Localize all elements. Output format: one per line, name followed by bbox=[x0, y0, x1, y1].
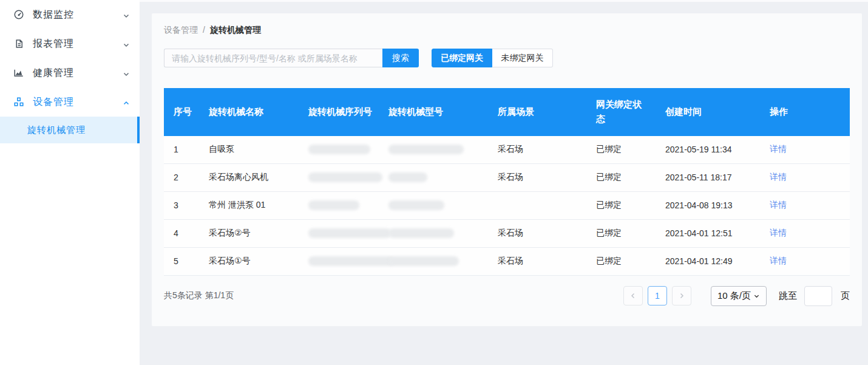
cell-serial bbox=[299, 247, 379, 275]
cell-model bbox=[379, 247, 488, 275]
health-chart-icon bbox=[13, 67, 24, 78]
sidebar-item-health[interactable]: 健康管理 bbox=[0, 58, 140, 87]
sidebar-subitem-rotating-machinery[interactable]: 旋转机械管理 bbox=[0, 117, 140, 143]
table-row: 5采石场①号采石场已绑定2021-04-01 12:49详情 bbox=[164, 247, 850, 275]
cell-no: 5 bbox=[164, 247, 199, 275]
cell-name: 采石场①号 bbox=[199, 247, 299, 275]
jump-to-label: 跳至 bbox=[779, 290, 797, 302]
table-header: 序号 旋转机械名称 旋转机械序列号 旋转机械型号 所属场景 网关绑定状态 创建时… bbox=[164, 88, 850, 135]
col-header-status: 网关绑定状态 bbox=[586, 88, 656, 135]
prev-page-button[interactable] bbox=[623, 286, 643, 305]
col-header-created: 创建时间 bbox=[656, 88, 760, 135]
cell-scene: 采石场 bbox=[488, 163, 586, 191]
chevron-down-icon bbox=[123, 69, 130, 77]
sidebar: 数据监控 报表管理 健康管理 设备管理 旋转机械 bbox=[0, 0, 140, 365]
table-row: 2采石场离心风机采石场已绑定2021-05-11 18:17详情 bbox=[164, 163, 850, 191]
redacted-model bbox=[388, 228, 454, 238]
cell-serial bbox=[299, 191, 379, 219]
chevron-down-icon bbox=[753, 293, 760, 299]
cell-model bbox=[379, 163, 488, 191]
cell-created: 2021-04-01 12:51 bbox=[656, 219, 760, 247]
cell-scene: 采石场 bbox=[488, 219, 586, 247]
cell-action: 详情 bbox=[760, 219, 850, 247]
cell-no: 3 bbox=[164, 191, 199, 219]
table-row: 4采石场②号采石场已绑定2021-04-01 12:51详情 bbox=[164, 219, 850, 247]
content-card: 设备管理 / 旋转机械管理 搜索 已绑定网关 未绑定网关 序号 旋转机械名称 旋… bbox=[152, 13, 862, 326]
pagination-bar: 共5条记录 第1/1页 1 10 条/页 跳至 页 bbox=[164, 286, 850, 306]
redacted-serial bbox=[308, 228, 391, 238]
col-header-scene: 所属场景 bbox=[488, 88, 586, 135]
tab-unbound-gateway[interactable]: 未绑定网关 bbox=[492, 49, 553, 67]
redacted-model bbox=[388, 172, 427, 182]
search-button[interactable]: 搜索 bbox=[382, 49, 419, 67]
cell-status: 已绑定 bbox=[586, 219, 656, 247]
detail-link[interactable]: 详情 bbox=[770, 228, 787, 237]
cell-model bbox=[379, 219, 488, 247]
next-page-button[interactable] bbox=[672, 286, 691, 305]
detail-link[interactable]: 详情 bbox=[770, 256, 787, 265]
devices-icon bbox=[13, 97, 24, 107]
cell-created: 2021-05-19 11:34 bbox=[656, 135, 760, 163]
table-row: 3常州 泄洪泵 01已绑定2021-04-08 19:13详情 bbox=[164, 191, 850, 219]
chevron-down-icon bbox=[123, 11, 130, 18]
search-input[interactable] bbox=[164, 49, 382, 67]
page-number-button[interactable]: 1 bbox=[648, 286, 667, 305]
sidebar-item-reports[interactable]: 报表管理 bbox=[0, 29, 140, 58]
gauge-icon bbox=[13, 9, 24, 20]
detail-link[interactable]: 详情 bbox=[770, 172, 787, 182]
record-summary: 共5条记录 第1/1页 bbox=[164, 290, 619, 301]
page-size-select[interactable]: 10 条/页 bbox=[711, 286, 767, 306]
breadcrumb: 设备管理 / 旋转机械管理 bbox=[152, 13, 862, 36]
redacted-model bbox=[388, 256, 459, 266]
sidebar-item-data-monitor[interactable]: 数据监控 bbox=[0, 0, 140, 29]
redacted-serial bbox=[308, 145, 370, 154]
cell-model bbox=[379, 191, 488, 219]
sidebar-item-label: 报表管理 bbox=[33, 38, 123, 50]
sidebar-item-devices[interactable]: 设备管理 bbox=[0, 87, 140, 117]
cell-no: 4 bbox=[164, 219, 199, 247]
col-header-name: 旋转机械名称 bbox=[199, 88, 299, 135]
cell-status: 已绑定 bbox=[586, 191, 656, 219]
tab-bound-gateway[interactable]: 已绑定网关 bbox=[432, 49, 492, 67]
chevron-down-icon bbox=[123, 40, 130, 47]
cell-model bbox=[379, 135, 488, 163]
breadcrumb-root[interactable]: 设备管理 bbox=[164, 25, 198, 36]
page-suffix-label: 页 bbox=[841, 290, 850, 302]
col-header-action: 操作 bbox=[760, 88, 850, 135]
sidebar-item-label: 数据监控 bbox=[33, 9, 123, 21]
cell-no: 2 bbox=[164, 163, 199, 191]
cell-scene: 采石场 bbox=[488, 247, 586, 275]
col-header-no: 序号 bbox=[164, 88, 199, 135]
sidebar-item-label: 设备管理 bbox=[33, 96, 123, 109]
sidebar-item-label: 健康管理 bbox=[33, 67, 123, 80]
cell-name: 自吸泵 bbox=[199, 135, 299, 163]
redacted-model bbox=[388, 200, 444, 210]
detail-link[interactable]: 详情 bbox=[770, 200, 787, 210]
col-header-model: 旋转机械型号 bbox=[379, 88, 488, 135]
redacted-serial bbox=[308, 172, 382, 182]
cell-created: 2021-04-08 19:13 bbox=[656, 191, 760, 219]
cell-no: 1 bbox=[164, 135, 199, 163]
jump-to-page-input[interactable] bbox=[804, 286, 832, 306]
cell-serial bbox=[299, 219, 379, 247]
chevron-left-icon bbox=[629, 292, 637, 299]
machinery-table: 序号 旋转机械名称 旋转机械序列号 旋转机械型号 所属场景 网关绑定状态 创建时… bbox=[164, 88, 850, 276]
table-row: 1自吸泵采石场已绑定2021-05-19 11:34详情 bbox=[164, 135, 850, 163]
chevron-right-icon bbox=[678, 292, 685, 299]
cell-action: 详情 bbox=[760, 163, 850, 191]
table-body: 1自吸泵采石场已绑定2021-05-19 11:34详情2采石场离心风机采石场已… bbox=[164, 135, 850, 275]
sidebar-subitem-label: 旋转机械管理 bbox=[27, 125, 86, 136]
cell-scene bbox=[488, 191, 586, 219]
redacted-model bbox=[388, 145, 464, 154]
page-size-value: 10 条/页 bbox=[717, 290, 751, 302]
cell-serial bbox=[299, 163, 379, 191]
cell-action: 详情 bbox=[760, 247, 850, 275]
col-header-serial: 旋转机械序列号 bbox=[299, 88, 379, 135]
cell-status: 已绑定 bbox=[586, 163, 656, 191]
cell-status: 已绑定 bbox=[586, 135, 656, 163]
breadcrumb-current: 旋转机械管理 bbox=[210, 25, 261, 36]
detail-link[interactable]: 详情 bbox=[770, 144, 787, 154]
cell-name: 常州 泄洪泵 01 bbox=[199, 191, 299, 219]
cell-name: 采石场离心风机 bbox=[199, 163, 299, 191]
cell-scene: 采石场 bbox=[488, 135, 586, 163]
